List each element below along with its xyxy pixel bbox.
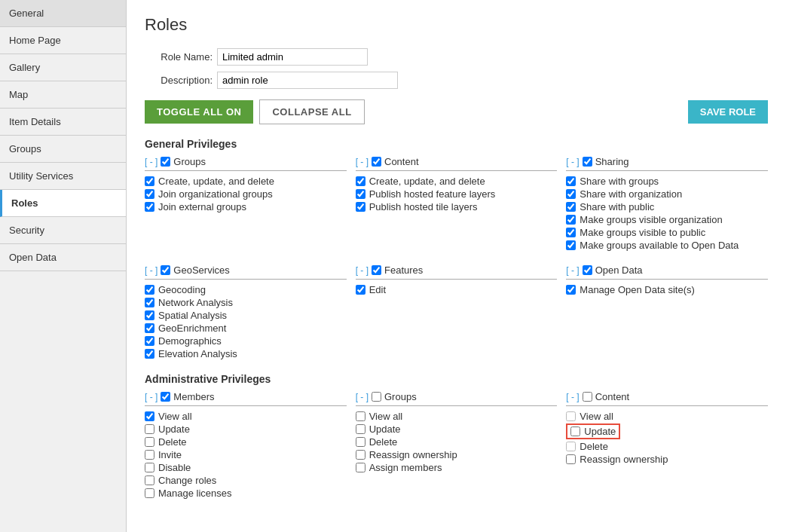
header-checkbox-geoservices[interactable] [161,265,170,275]
item-checkbox[interactable] [145,450,154,460]
item-label: Join organizational groups [158,188,273,200]
item-checkbox[interactable] [145,475,154,485]
header-checkbox-groups-admin[interactable] [372,392,381,402]
item-checkbox[interactable] [145,298,154,307]
priv-item: View all [145,411,347,422]
main-content: Roles Role Name: Description: TOGGLE ALL… [127,0,786,532]
item-checkbox[interactable] [145,189,154,199]
item-label: Update [584,426,616,437]
header-label-sharing: Sharing [595,156,629,167]
priv-col-groups-admin: [ - ]GroupsView allUpdateDeleteReassign … [356,391,558,500]
item-checkbox[interactable] [566,202,576,212]
item-checkbox[interactable] [566,442,576,451]
priv-item: Make groups visible organization [566,214,768,225]
collapse-link-content[interactable]: [ - ] [356,157,369,167]
item-checkbox[interactable] [145,349,154,359]
item-checkbox[interactable] [145,463,154,472]
header-label-groups: Groups [173,156,206,167]
priv-item: Publish hosted feature layers [356,188,558,200]
item-label: Manage Open Data site(s) [580,284,694,295]
item-checkbox[interactable] [145,285,154,295]
header-checkbox-members[interactable] [161,392,170,402]
item-checkbox[interactable] [566,285,576,295]
item-checkbox[interactable] [356,189,365,199]
priv-item: Disable [145,462,347,473]
description-row: Description: [145,72,768,89]
priv-item: Edit [356,284,558,295]
item-label: Disable [158,462,191,473]
header-checkbox-groups[interactable] [161,157,170,167]
item-checkbox[interactable] [566,240,576,250]
item-label: Delete [158,436,187,448]
general-privileges-title: General Privileges [145,138,768,150]
item-checkbox[interactable] [145,310,154,320]
priv-item: Share with public [566,201,768,212]
item-checkbox[interactable] [356,202,365,212]
collapse-link-groups-admin[interactable]: [ - ] [356,392,369,402]
description-input[interactable] [217,72,398,89]
priv-item: Invite [145,449,347,460]
collapse-link-content-admin[interactable]: [ - ] [566,392,579,402]
highlight-wrapper: Update [566,423,620,439]
sidebar-item-item-details[interactable]: Item Details [0,109,126,136]
sidebar-item-open-data[interactable]: Open Data [0,244,126,271]
item-checkbox[interactable] [566,228,576,237]
sidebar-item-roles[interactable]: Roles [0,190,126,217]
item-checkbox[interactable] [566,454,576,464]
item-label: Delete [580,441,608,452]
collapse-link-geoservices[interactable]: [ - ] [145,265,158,276]
header-checkbox-sharing[interactable] [583,157,592,167]
collapse-all-button[interactable]: COLLAPSE ALL [259,99,364,124]
collapse-link-features[interactable]: [ - ] [356,265,369,276]
sidebar-item-groups[interactable]: Groups [0,136,126,163]
priv-item: Elevation Analysis [145,348,347,359]
collapse-link-members[interactable]: [ - ] [145,392,158,402]
item-label: Share with public [580,201,654,212]
save-role-button[interactable]: SAVE ROLE [688,100,768,124]
item-checkbox[interactable] [145,176,154,186]
item-label: Update [158,423,190,435]
priv-item: Update [566,423,768,439]
item-checkbox[interactable] [356,424,365,434]
item-checkbox[interactable] [566,411,576,421]
item-checkbox[interactable] [145,323,154,333]
priv-item: Reassign ownership [356,449,558,460]
header-checkbox-opendata[interactable] [583,265,592,275]
collapse-link-groups[interactable]: [ - ] [145,157,158,167]
item-checkbox[interactable] [356,411,365,421]
item-checkbox[interactable] [356,450,365,460]
header-checkbox-features[interactable] [372,265,381,275]
item-checkbox[interactable] [145,202,154,212]
sidebar-item-map[interactable]: Map [0,81,126,109]
sidebar-item-gallery[interactable]: Gallery [0,54,126,81]
item-checkbox[interactable] [145,411,154,421]
item-checkbox[interactable] [566,215,576,225]
item-checkbox[interactable] [356,176,365,186]
role-name-label: Role Name: [145,51,213,63]
sidebar-item-security[interactable]: Security [0,217,126,244]
item-checkbox[interactable] [145,424,154,434]
header-checkbox-content[interactable] [372,157,381,167]
priv-item: Publish hosted tile layers [356,201,558,212]
item-checkbox[interactable] [145,336,154,346]
item-checkbox[interactable] [570,427,580,436]
item-checkbox[interactable] [566,189,576,199]
collapse-link-sharing[interactable]: [ - ] [566,157,579,167]
item-checkbox[interactable] [145,437,154,447]
collapse-link-opendata[interactable]: [ - ] [566,265,579,276]
item-label: Share with groups [580,176,659,187]
item-label: Create, update, and delete [369,176,485,187]
sidebar-item-utility-services[interactable]: Utility Services [0,163,126,190]
toggle-all-on-button[interactable]: TOGGLE ALL ON [145,100,253,124]
role-name-input[interactable] [217,48,368,66]
sidebar-item-general[interactable]: General [0,0,126,27]
priv-col-members: [ - ]MembersView allUpdateDeleteInviteDi… [145,391,347,500]
sidebar-item-home-page[interactable]: Home Page [0,27,126,54]
item-checkbox[interactable] [356,463,365,472]
item-checkbox[interactable] [356,285,365,295]
item-checkbox[interactable] [356,437,365,447]
item-checkbox[interactable] [566,176,576,186]
item-checkbox[interactable] [145,488,154,498]
item-label: View all [369,411,403,422]
header-checkbox-content-admin[interactable] [583,392,592,402]
